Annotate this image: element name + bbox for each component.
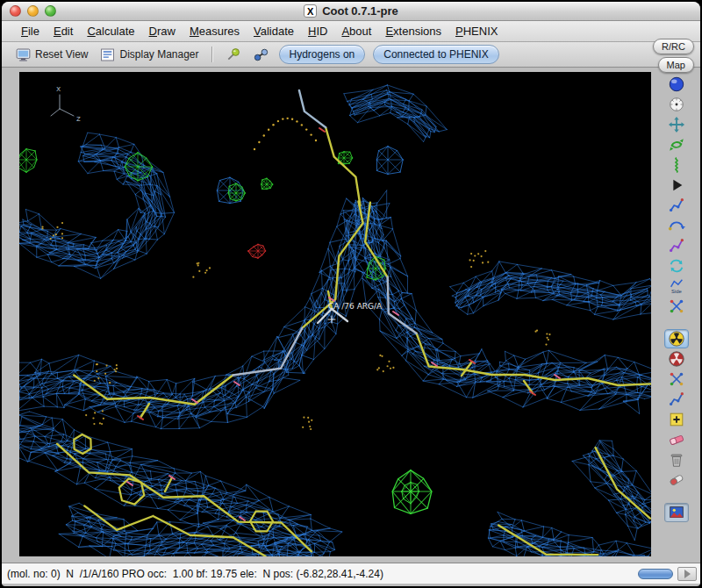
coot-window: X Coot 0.7.1-pre FileEditCalculateDrawMe… [0, 0, 702, 588]
window-title: X Coot 0.7.1-pre [304, 4, 398, 18]
side-chain-flip-icon[interactable]: Side [664, 276, 689, 296]
reset-view-icon [15, 47, 32, 63]
translate-zone-icon[interactable] [664, 115, 689, 134]
menu-edit[interactable]: Edit [47, 25, 80, 38]
hydrogens-toggle-button[interactable]: Hydrogens on [279, 45, 366, 64]
svg-text:Side: Side [671, 289, 683, 294]
model-sphere-icon[interactable] [664, 75, 689, 94]
reset-view-button[interactable]: Reset View [11, 45, 92, 65]
map-button[interactable]: Map [658, 57, 694, 73]
main-content: xz CA /76 ARG/A Side [2, 68, 700, 563]
go-to-atom-button[interactable] [220, 45, 246, 65]
torsion-edit-icon[interactable] [664, 155, 689, 175]
menu-measures[interactable]: Measures [183, 25, 247, 38]
menu-validate[interactable]: Validate [247, 25, 301, 38]
display-manager-button[interactable]: Display Manager [95, 45, 203, 65]
statusbar: (mol. no: 0) N /1/A/160 PRO occ: 1.00 bf… [2, 563, 700, 584]
add-alt-conf-icon[interactable] [664, 390, 689, 409]
flip-peptide-icon[interactable] [664, 216, 689, 235]
menu-about[interactable]: About [334, 25, 378, 38]
minimize-button[interactable] [27, 5, 39, 17]
right-triangle-icon [684, 570, 691, 578]
traffic-lights [10, 5, 56, 17]
rotate-zone-icon[interactable] [664, 135, 689, 154]
toolbar-separator [211, 47, 212, 62]
zoom-button[interactable] [45, 5, 56, 17]
display-manager-icon [99, 47, 116, 63]
menu-draw[interactable]: Draw [142, 25, 183, 38]
phenix-connection-button[interactable]: Connected to PHENIX [373, 45, 498, 64]
titlebar[interactable]: X Coot 0.7.1-pre [2, 2, 700, 21]
rrc-button[interactable]: R/RC [653, 39, 694, 54]
toolbar: Reset View Display Manager Hydrogens on … [2, 42, 700, 68]
accept-run-icon[interactable] [664, 176, 689, 195]
menubar: FileEditCalculateDrawMeasuresValidateHID… [2, 21, 700, 42]
gl-canvas[interactable]: xz CA /76 ARG/A [19, 72, 651, 556]
menu-file[interactable]: File [14, 25, 47, 38]
add-terminal-residue-icon[interactable] [664, 369, 689, 389]
expand-button[interactable] [677, 567, 697, 581]
cycle-conformer-icon[interactable] [664, 256, 689, 276]
place-atom-icon[interactable] [664, 410, 689, 429]
bond-icon [253, 47, 269, 63]
display-manager-label: Display Manager [119, 48, 198, 61]
undo-icon[interactable] [664, 470, 689, 490]
right-toolbar: Side [652, 68, 700, 563]
menu-hid[interactable]: HID [301, 25, 334, 38]
view-trackball-icon[interactable] [664, 95, 689, 114]
mutate-residue-icon[interactable] [664, 236, 689, 255]
window-chrome: X Coot 0.7.1-pre FileEditCalculateDrawMe… [2, 2, 700, 586]
real-space-refine-button[interactable] [664, 329, 689, 348]
regularize-zone-icon[interactable] [664, 349, 689, 369]
atom-bond-button[interactable] [248, 45, 274, 65]
reset-view-label: Reset View [35, 48, 88, 61]
edit-chi-angles-icon[interactable] [664, 196, 689, 215]
window-title-text: Coot 0.7.1-pre [322, 4, 398, 18]
delete-item-icon[interactable] [664, 450, 689, 470]
status-text: (mol. no: 0) N /1/A/160 PRO occ: 1.00 bf… [7, 568, 383, 580]
close-button[interactable] [10, 5, 21, 17]
scrollbar-thumb[interactable] [638, 569, 673, 579]
screen-capture-icon[interactable] [664, 503, 689, 522]
clear-atoms-icon[interactable] [664, 430, 689, 449]
corner-buttons: R/RC Map [653, 39, 694, 73]
svg-text:x: x [56, 84, 61, 93]
edit-backbone-icon[interactable] [664, 297, 689, 316]
menu-phenix[interactable]: PHENIX [448, 25, 505, 38]
menu-extensions[interactable]: Extensions [378, 25, 448, 38]
go-to-atom-icon [225, 47, 241, 63]
statusbar-right [638, 567, 700, 581]
svg-text:z: z [76, 114, 81, 123]
x11-icon: X [304, 4, 317, 18]
menu-calculate[interactable]: Calculate [80, 25, 141, 38]
